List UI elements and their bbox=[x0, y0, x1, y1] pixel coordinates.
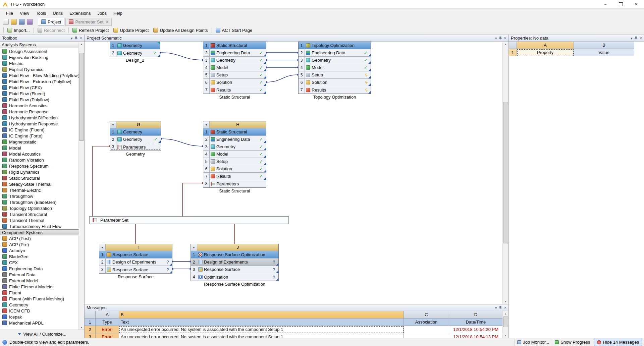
system-G-cell-3[interactable]: 3Parameters bbox=[110, 143, 161, 151]
toolbox-item-fluid-flow-cfx[interactable]: Fluid Flow (CFX) bbox=[0, 84, 79, 91]
system-J-cell-3[interactable]: 3Response Surface bbox=[191, 266, 278, 273]
system-H-cell-5[interactable]: 5Setup bbox=[203, 158, 266, 165]
toolbar-button-reconnect[interactable]: Reconnect bbox=[35, 27, 67, 34]
schematic-scrollbar[interactable] bbox=[502, 42, 508, 304]
toolbox-item-thermal-electric[interactable]: Thermal-Electric bbox=[0, 187, 79, 193]
new-button[interactable] bbox=[3, 19, 9, 25]
toolbox-section-analysis-systems[interactable]: Analysis Systems bbox=[0, 42, 79, 48]
toolbox-item-cfx[interactable]: CFX bbox=[0, 260, 79, 266]
system-H-cell-2[interactable]: 2Engineering Data bbox=[203, 136, 266, 143]
message-row[interactable]: 3Error!An unexpected error occurred: No … bbox=[85, 333, 503, 338]
menu-help[interactable]: Help bbox=[110, 9, 126, 17]
toolbox-item-steady-state-thermal[interactable]: Steady-State Thermal bbox=[0, 181, 79, 187]
system-caption[interactable]: Topology Optimization bbox=[285, 95, 384, 100]
toolbox-item-bladegen[interactable]: BladeGen bbox=[0, 253, 79, 260]
close-panel-icon[interactable] bbox=[639, 36, 642, 41]
toolbox-item-eigenvalue-buckling[interactable]: Eigenvalue Buckling bbox=[0, 54, 79, 60]
system-G-cell-2[interactable]: 2Geometry bbox=[110, 136, 161, 143]
column-a-header[interactable]: A bbox=[96, 311, 119, 319]
system-I-cell-2[interactable]: 2Design of Experiments bbox=[99, 258, 172, 266]
system-G-cell-1[interactable]: 1Geometry bbox=[110, 128, 161, 136]
system-C-cell-5[interactable]: 5Setup bbox=[299, 71, 371, 79]
toolbar-button-update-all-design-points[interactable]: Update All Design Points bbox=[151, 27, 210, 34]
close-tab-icon[interactable] bbox=[105, 19, 108, 24]
menu-extensions[interactable]: Extensions bbox=[66, 9, 94, 17]
toolbox-item-icem-cfd[interactable]: ICEM CFD bbox=[0, 308, 79, 314]
toolbox-item-electric[interactable]: Electric bbox=[0, 60, 79, 66]
system-B-cell-3[interactable]: 3Geometry bbox=[203, 57, 266, 64]
toolbar-button-act-start-page[interactable]: ACT Start Page bbox=[213, 27, 255, 34]
toolbox-item-external-model[interactable]: External Model bbox=[0, 278, 79, 284]
menu-file[interactable]: File bbox=[3, 9, 16, 17]
menu-view[interactable]: View bbox=[16, 9, 33, 17]
scroll-down-icon[interactable] bbox=[503, 333, 508, 338]
toolbox-item-design-assessment[interactable]: Design Assessment bbox=[0, 48, 79, 54]
system-A-cell-1[interactable]: 1Geometry bbox=[110, 42, 160, 49]
scroll-down-icon[interactable] bbox=[503, 299, 508, 304]
system-I-cell-1[interactable]: 1Response Surface bbox=[99, 251, 172, 258]
pin-icon[interactable] bbox=[499, 306, 502, 309]
toolbox-item-hydrodynamic-diffraction[interactable]: Hydrodynamic Diffraction bbox=[0, 115, 79, 121]
system-C-cell-7[interactable]: 7Results bbox=[299, 86, 371, 94]
system-caption[interactable]: Static Structural bbox=[190, 95, 279, 100]
system-caption[interactable]: Response Surface Optimization bbox=[177, 282, 292, 287]
system-C-cell-6[interactable]: 6Solution bbox=[299, 79, 371, 86]
system-A-cell-2[interactable]: 2Geometry bbox=[110, 49, 160, 57]
system-menu-arrow-icon[interactable] bbox=[99, 244, 106, 251]
system-C-cell-1[interactable]: 1Topology Optimization bbox=[299, 42, 371, 49]
toolbox-item-acp-post[interactable]: ACP (Post) bbox=[0, 235, 79, 241]
system-J-cell-2[interactable]: 2Design of Experiments bbox=[191, 258, 278, 266]
maximize-button[interactable] bbox=[613, 0, 629, 8]
scroll-up-icon[interactable] bbox=[503, 311, 508, 316]
message-row[interactable]: 2Error!An unexpected error occurred: No … bbox=[85, 326, 503, 333]
system-menu-arrow-icon[interactable] bbox=[110, 121, 116, 128]
close-panel-icon[interactable] bbox=[504, 305, 506, 310]
menu-units[interactable]: Units bbox=[49, 9, 66, 17]
close-panel-icon[interactable] bbox=[504, 36, 506, 41]
toolbox-item-response-spectrum[interactable]: Response Spectrum bbox=[0, 163, 79, 169]
parameter-set-bar[interactable]: Parameter Set bbox=[89, 216, 289, 224]
toolbox-item-finite-element-modeler[interactable]: Finite Element Modeler bbox=[0, 284, 79, 290]
toolbox-item-harmonic-acoustics[interactable]: Harmonic Acoustics bbox=[0, 103, 79, 109]
toolbox-item-fluid-flow-polyflow[interactable]: Fluid Flow (Polyflow) bbox=[0, 97, 79, 103]
toolbox-item-fluid-flow-extrusion-polyflow[interactable]: Fluid Flow - Extrusion (Polyflow) bbox=[0, 78, 79, 84]
system-caption[interactable]: Response Surface bbox=[86, 274, 185, 279]
system-H-cell-8[interactable]: 8Parameters bbox=[203, 180, 266, 187]
system-caption[interactable]: Static Structural bbox=[190, 188, 279, 193]
statusbar-button-job-monitor[interactable]: Job Monitor... bbox=[514, 339, 552, 346]
pin-icon[interactable] bbox=[499, 37, 502, 40]
system-caption[interactable]: Design_2 bbox=[97, 58, 173, 63]
toolbox-item-topology-optimization[interactable]: Topology Optimization bbox=[0, 205, 79, 211]
system-J-cell-4[interactable]: 4Optimization bbox=[191, 273, 278, 281]
toolbox-item-ic-engine-forte[interactable]: IC Engine (Forte) bbox=[0, 133, 79, 139]
save-button[interactable] bbox=[19, 19, 25, 25]
toolbox-item-magnetostatic[interactable]: Magnetostatic bbox=[0, 139, 79, 145]
toolbox-item-acp-pre[interactable]: ACP (Pre) bbox=[0, 241, 79, 247]
system-B-cell-2[interactable]: 2Engineering Data bbox=[203, 49, 266, 57]
toolbox-item-throughflow[interactable]: Throughflow bbox=[0, 193, 79, 199]
system-menu-arrow-icon[interactable] bbox=[203, 121, 210, 128]
open-button[interactable] bbox=[11, 19, 17, 25]
toolbox-item-random-vibration[interactable]: Random Vibration bbox=[0, 157, 79, 163]
toolbox-item-harmonic-response[interactable]: Harmonic Response bbox=[0, 109, 79, 115]
system-caption[interactable]: Geometry bbox=[97, 152, 174, 157]
toolbox-item-static-structural[interactable]: Static Structural bbox=[0, 175, 79, 181]
column-c-header[interactable]: C bbox=[404, 311, 449, 319]
system-I-cell-3[interactable]: 3Response Surface bbox=[99, 266, 172, 273]
minimize-button[interactable] bbox=[598, 0, 613, 8]
toolbox-item-throughflow-bladegen[interactable]: Throughflow (BladeGen) bbox=[0, 199, 79, 205]
toolbox-item-rigid-dynamics[interactable]: Rigid Dynamics bbox=[0, 169, 79, 175]
scroll-up-icon[interactable] bbox=[79, 42, 84, 47]
system-B-cell-5[interactable]: 5Setup bbox=[203, 71, 266, 79]
column-b-header[interactable]: B bbox=[119, 311, 404, 319]
toolbox-scrollbar[interactable] bbox=[78, 42, 84, 330]
system-menu-arrow-icon[interactable] bbox=[191, 244, 197, 251]
toolbox-item-icepak[interactable]: Icepak bbox=[0, 314, 79, 320]
toolbox-item-fluid-flow-blow-molding-polyflow[interactable]: Fluid Flow - Blow Molding (Polyflow) bbox=[0, 72, 79, 78]
property-cell[interactable]: Property bbox=[517, 49, 574, 56]
toolbox-item-fluent[interactable]: Fluent bbox=[0, 290, 79, 296]
panel-caret-icon[interactable] bbox=[631, 36, 633, 41]
system-B-cell-4[interactable]: 4Model bbox=[203, 64, 266, 71]
schematic-canvas[interactable]: 1Geometry2GeometryDesign_21Static Struct… bbox=[85, 42, 508, 304]
tab-parameter-set[interactable]: Parameter Set bbox=[65, 18, 112, 26]
